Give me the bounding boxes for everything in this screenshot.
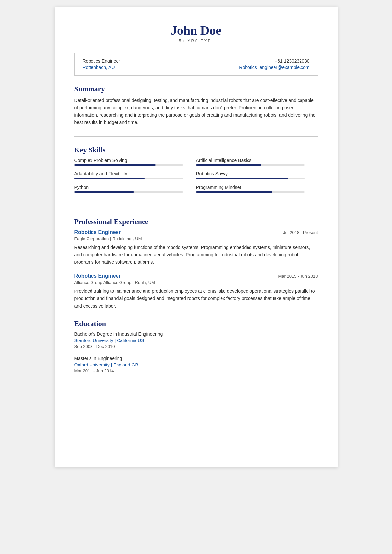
education-entry: Bachelor's Degree in Industrial Engineer… bbox=[74, 331, 318, 349]
contact-location: Rottenbach, AU bbox=[83, 65, 120, 70]
skill-name: Complex Problem Solving bbox=[74, 158, 183, 163]
education-entries: Bachelor's Degree in Industrial Engineer… bbox=[74, 331, 318, 373]
resume-container: John Doe 5+ YRS EXP. Robotics Engineer R… bbox=[55, 7, 338, 467]
skills-section: Key Skills Complex Problem Solving Artif… bbox=[74, 146, 318, 198]
exp-header: Robotics Engineer Jul 2018 - Present bbox=[74, 229, 318, 235]
divider-2 bbox=[74, 208, 318, 208]
education-title: Education bbox=[74, 319, 318, 328]
exp-dates: Jul 2018 - Present bbox=[283, 230, 318, 235]
exp-job-title: Robotics Engineer bbox=[74, 229, 121, 235]
experience-label: 5+ YRS EXP. bbox=[74, 39, 318, 43]
resume-header: John Doe 5+ YRS EXP. bbox=[74, 23, 318, 43]
skill-bar-fill bbox=[196, 164, 261, 166]
exp-description: Researching and developing functions of … bbox=[74, 244, 318, 266]
skill-bar-fill bbox=[74, 191, 134, 193]
skills-grid: Complex Problem Solving Artificial Intel… bbox=[74, 158, 318, 198]
experience-title: Professional Experience bbox=[74, 217, 318, 226]
contact-email: Robotics_engineer@example.com bbox=[239, 65, 309, 70]
education-section: Education Bachelor's Degree in Industria… bbox=[74, 319, 318, 373]
skill-item: Programming Mindset bbox=[196, 185, 318, 193]
skill-item: Robotics Savvy bbox=[196, 171, 318, 179]
exp-header: Robotics Engineer Mar 2015 - Jun 2018 bbox=[74, 273, 318, 279]
skill-bar-fill bbox=[196, 191, 272, 193]
summary-title: Summary bbox=[74, 85, 318, 93]
full-name: John Doe bbox=[74, 23, 318, 38]
contact-job-title: Robotics Engineer bbox=[83, 58, 120, 63]
contact-phone: +61 1230232030 bbox=[239, 58, 309, 63]
exp-description: Provided training to maintenance and pro… bbox=[74, 288, 318, 310]
skill-bar-bg bbox=[74, 178, 183, 179]
skill-bar-fill bbox=[196, 178, 289, 179]
skills-title: Key Skills bbox=[74, 146, 318, 154]
skill-bar-fill bbox=[74, 164, 156, 166]
experience-entry: Robotics Engineer Mar 2015 - Jun 2018 Al… bbox=[74, 273, 318, 310]
experience-entries: Robotics Engineer Jul 2018 - Present Eag… bbox=[74, 229, 318, 310]
skill-bar-bg bbox=[196, 178, 305, 179]
exp-dates: Mar 2015 - Jun 2018 bbox=[278, 274, 318, 279]
edu-dates: Mar 2011 - Jun 2014 bbox=[74, 368, 318, 373]
skill-item: Python bbox=[74, 185, 196, 193]
skill-name: Adaptability and Flexibility bbox=[74, 171, 183, 176]
education-entry: Master's in Engineering Oxford Universit… bbox=[74, 356, 318, 373]
experience-section: Professional Experience Robotics Enginee… bbox=[74, 217, 318, 310]
skill-name: Artificial Intelligence Basics bbox=[196, 158, 305, 163]
skill-name: Programming Mindset bbox=[196, 185, 305, 190]
exp-company: Alliance Group Alliance Group | Ruhla, U… bbox=[74, 280, 318, 285]
contact-right: +61 1230232030 Robotics_engineer@example… bbox=[239, 58, 309, 70]
skill-bar-bg bbox=[74, 191, 183, 193]
divider-1 bbox=[74, 136, 318, 137]
edu-school: Stanford University | California US bbox=[74, 338, 318, 343]
skill-item: Adaptability and Flexibility bbox=[74, 171, 196, 179]
skill-item: Complex Problem Solving bbox=[74, 158, 196, 166]
skill-name: Robotics Savvy bbox=[196, 171, 305, 176]
edu-degree: Master's in Engineering bbox=[74, 356, 318, 361]
skill-bar-bg bbox=[74, 164, 183, 166]
edu-school: Oxford University | England GB bbox=[74, 362, 318, 367]
contact-left: Robotics Engineer Rottenbach, AU bbox=[83, 58, 120, 70]
summary-text: Detail-oriented professional designing, … bbox=[74, 97, 318, 126]
contact-box: Robotics Engineer Rottenbach, AU +61 123… bbox=[74, 53, 318, 76]
skill-bar-bg bbox=[196, 164, 305, 166]
skill-bar-fill bbox=[74, 178, 145, 179]
edu-degree: Bachelor's Degree in Industrial Engineer… bbox=[74, 331, 318, 337]
experience-entry: Robotics Engineer Jul 2018 - Present Eag… bbox=[74, 229, 318, 266]
summary-section: Summary Detail-oriented professional des… bbox=[74, 85, 318, 126]
skill-name: Python bbox=[74, 185, 183, 190]
exp-company: Eagle Corporation | Rudolstadt, UM bbox=[74, 236, 318, 241]
edu-dates: Sep 2008 - Dec 2010 bbox=[74, 344, 318, 349]
skill-item: Artificial Intelligence Basics bbox=[196, 158, 318, 166]
exp-job-title: Robotics Engineer bbox=[74, 273, 121, 279]
skill-bar-bg bbox=[196, 191, 305, 193]
